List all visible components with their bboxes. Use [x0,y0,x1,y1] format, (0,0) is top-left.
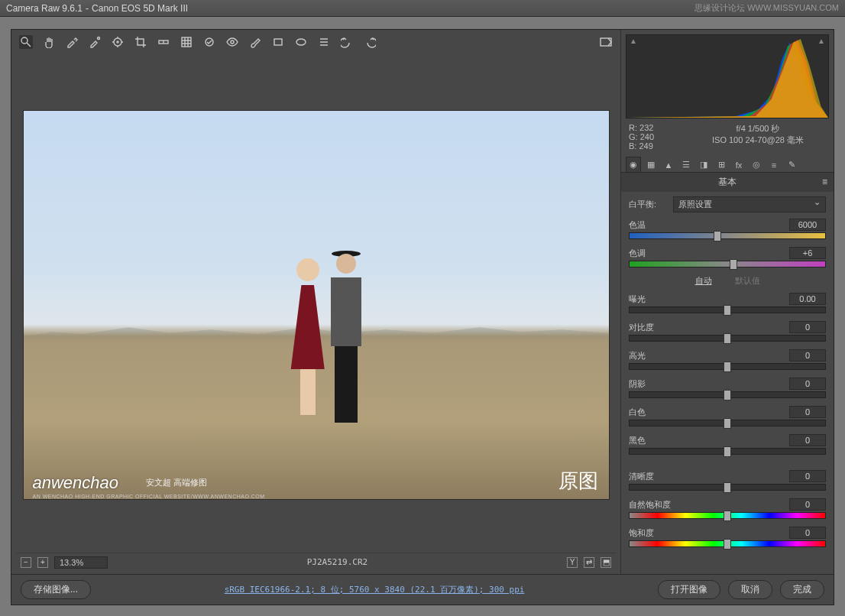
adjustment-brush[interactable] [248,35,262,49]
workflow-link[interactable]: sRGB IEC61966-2.1; 8 位; 5760 x 3840 (22.… [99,584,650,595]
slider-clarity: 清晰度 [629,470,826,491]
color-sampler[interactable] [88,35,102,49]
slider-track-highlights[interactable] [629,363,826,370]
slider-track-exposure[interactable] [629,306,826,313]
tab-lens[interactable]: ⊞ [714,157,729,172]
slider-thumb-highlights[interactable] [724,361,731,372]
image-preview[interactable]: anwenchao 安文超 高端修图 AN WENCHAO HIGH-END G… [16,57,616,553]
open-button[interactable]: 打开图像 [658,580,720,599]
slider-thumb-whites[interactable] [724,418,731,429]
slider-vibrance: 自然饱和度 [629,498,826,519]
slider-track-whites[interactable] [629,420,826,426]
slider-track-vibrance[interactable] [629,512,826,519]
toggle-y[interactable]: Y [567,557,578,568]
zoom-select[interactable] [54,556,108,569]
slider-track-shadows[interactable] [629,391,826,398]
slider-label-whites: 白色 [629,407,646,418]
radial-filter[interactable] [294,35,308,49]
slider-label-shadows: 阴影 [629,378,646,390]
slider-track-tint[interactable] [629,261,826,267]
slider-value-shadows[interactable] [789,378,826,390]
slider-track-saturation[interactable] [629,540,826,547]
tab-effects[interactable]: fx [731,157,746,172]
spot-removal[interactable] [202,35,216,49]
slider-label-exposure: 曝光 [629,293,646,305]
svg-point-1 [98,37,100,40]
svg-point-3 [117,41,118,43]
wb-eyedropper[interactable] [65,35,79,49]
zoom-out-button[interactable]: − [21,557,31,568]
swap-icon[interactable]: ⇄ [584,557,594,568]
filename: PJ2A5219.CR2 [114,557,561,567]
slider-value-saturation[interactable] [789,527,826,539]
slider-track-clarity[interactable] [629,484,826,491]
slider-thumb-tint[interactable] [730,259,737,270]
tab-detail[interactable]: ▲ [661,157,676,172]
g-value: G: 240 [629,132,675,141]
wb-dropdown[interactable]: 原照设置 [673,196,826,212]
transform-tool[interactable] [180,35,193,49]
targeted-adjust[interactable] [111,35,125,49]
slider-value-exposure[interactable] [789,293,826,305]
slider-label-blacks: 黑色 [629,435,646,446]
app-title: Camera Raw 9.6.1 [6,3,83,14]
cancel-button[interactable]: 取消 [728,580,772,599]
preview-toggle[interactable] [599,35,613,49]
slider-value-temp[interactable] [789,219,826,231]
slider-track-temp[interactable] [629,232,826,239]
slider-value-whites[interactable] [789,406,826,418]
slider-thumb-clarity[interactable] [724,482,731,493]
panel-menu-icon[interactable]: ≡ [822,177,827,187]
slider-track-contrast[interactable] [629,335,826,342]
slider-thumb-temp[interactable] [714,231,721,242]
watermark: 思缘设计论坛 WWW.MISSYUAN.COM [694,2,839,14]
slider-value-contrast[interactable] [789,321,826,333]
wb-label: 白平衡: [629,199,667,210]
app-window: anwenchao 安文超 高端修图 AN WENCHAO HIGH-END G… [11,29,834,605]
slider-value-blacks[interactable] [789,434,826,446]
slider-value-clarity[interactable] [789,470,826,482]
slider-value-vibrance[interactable] [789,498,826,511]
default-link[interactable]: 默认值 [735,275,760,287]
tab-snapshots[interactable]: ✎ [784,157,799,172]
tab-split-toning[interactable]: ◨ [696,157,711,172]
rotate-ccw[interactable] [340,35,354,49]
slider-track-blacks[interactable] [629,448,826,455]
zoom-in-button[interactable]: + [37,557,48,568]
slider-value-tint[interactable] [789,247,826,259]
footer: 存储图像... sRGB IEC61966-2.1; 8 位; 5760 x 3… [11,574,834,605]
left-pane: anwenchao 安文超 高端修图 AN WENCHAO HIGH-END G… [11,30,621,574]
tab-presets[interactable]: ≡ [766,157,782,172]
slider-value-highlights[interactable] [789,349,826,361]
hand-tool[interactable] [42,35,56,49]
preferences[interactable] [317,35,331,49]
crop-tool[interactable] [134,35,147,49]
copy-icon[interactable]: ⬒ [601,557,611,568]
r-value: R: 232 [629,123,675,132]
done-button[interactable]: 完成 [780,580,824,599]
photo-credit: anwenchao [33,473,119,493]
straighten-tool[interactable] [157,35,170,49]
panel-tabs: ◉▦▲☰◨⊞fx◎≡✎ [621,154,834,173]
graduated-filter[interactable] [271,35,285,49]
tab-hsl[interactable]: ☰ [678,157,694,172]
rotate-cw[interactable] [363,35,377,49]
svg-point-7 [231,41,234,44]
slider-contrast: 对比度 [629,321,826,342]
photo-credit-sub: 安文超 高端修图 [146,477,207,488]
auto-link[interactable]: 自动 [695,275,712,287]
zoom-tool[interactable] [19,35,33,49]
tab-tone-curve[interactable]: ▦ [643,157,659,172]
tab-camera-calib[interactable]: ◎ [749,157,764,172]
svg-point-9 [296,39,306,45]
slider-thumb-vibrance[interactable] [724,511,731,521]
slider-thumb-saturation[interactable] [724,539,731,550]
save-button[interactable]: 存储图像... [21,580,91,599]
tab-basic[interactable]: ◉ [626,157,641,172]
slider-thumb-exposure[interactable] [724,305,731,316]
redeye-tool[interactable] [225,35,239,49]
slider-thumb-blacks[interactable] [724,446,731,457]
slider-thumb-contrast[interactable] [724,333,731,344]
histogram[interactable]: ▲ ▲ [626,34,829,118]
slider-thumb-shadows[interactable] [724,390,731,400]
